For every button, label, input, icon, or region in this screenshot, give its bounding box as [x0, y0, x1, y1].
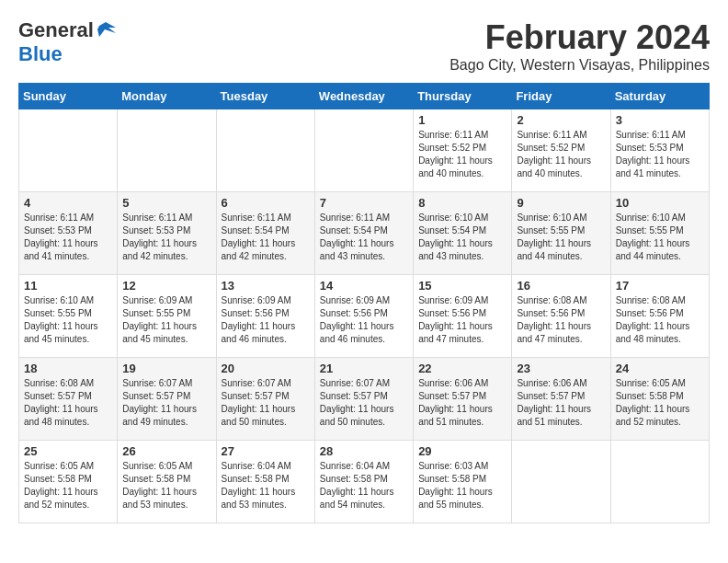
cell-day-number: 9 [517, 196, 605, 210]
cell-day-number: 29 [418, 444, 506, 458]
week-row-3: 11Sunrise: 6:10 AM Sunset: 5:55 PM Dayli… [19, 275, 710, 358]
calendar-cell: 7Sunrise: 6:11 AM Sunset: 5:54 PM Daylig… [314, 192, 413, 275]
calendar-body: 1Sunrise: 6:11 AM Sunset: 5:52 PM Daylig… [19, 109, 710, 523]
cell-day-number: 4 [24, 196, 112, 210]
cell-day-number: 10 [616, 196, 704, 210]
cell-day-number: 13 [222, 279, 310, 293]
cell-info: Sunrise: 6:04 AM Sunset: 5:58 PM Dayligh… [320, 460, 408, 511]
week-row-5: 25Sunrise: 6:05 AM Sunset: 5:58 PM Dayli… [19, 441, 710, 523]
cell-info: Sunrise: 6:05 AM Sunset: 5:58 PM Dayligh… [24, 460, 112, 511]
calendar-table: SundayMondayTuesdayWednesdayThursdayFrid… [18, 83, 710, 523]
cell-info: Sunrise: 6:10 AM Sunset: 5:55 PM Dayligh… [517, 212, 605, 263]
calendar-cell: 14Sunrise: 6:09 AM Sunset: 5:56 PM Dayli… [314, 275, 413, 358]
cell-info: Sunrise: 6:11 AM Sunset: 5:52 PM Dayligh… [418, 129, 506, 180]
calendar-cell: 5Sunrise: 6:11 AM Sunset: 5:53 PM Daylig… [118, 192, 216, 275]
page-header: General Blue February 2024 Bago City, We… [18, 18, 710, 74]
cell-day-number: 1 [418, 113, 506, 127]
cell-info: Sunrise: 6:07 AM Sunset: 5:57 PM Dayligh… [320, 377, 408, 429]
cell-info: Sunrise: 6:07 AM Sunset: 5:57 PM Dayligh… [122, 377, 210, 429]
calendar-cell: 11Sunrise: 6:10 AM Sunset: 5:55 PM Dayli… [19, 275, 118, 358]
cell-info: Sunrise: 6:03 AM Sunset: 5:58 PM Dayligh… [418, 460, 506, 511]
calendar-cell: 9Sunrise: 6:10 AM Sunset: 5:55 PM Daylig… [512, 192, 610, 275]
header-cell-monday: Monday [118, 84, 216, 109]
cell-day-number: 28 [320, 444, 408, 458]
cell-info: Sunrise: 6:11 AM Sunset: 5:53 PM Dayligh… [24, 212, 112, 263]
calendar-cell: 22Sunrise: 6:06 AM Sunset: 5:57 PM Dayli… [414, 358, 512, 441]
logo-blue-text: Blue [18, 42, 63, 65]
header-cell-sunday: Sunday [19, 84, 118, 109]
calendar-cell: 15Sunrise: 6:09 AM Sunset: 5:56 PM Dayli… [414, 275, 512, 358]
cell-info: Sunrise: 6:10 AM Sunset: 5:55 PM Dayligh… [616, 212, 704, 263]
calendar-cell [314, 109, 413, 192]
header-cell-friday: Friday [512, 84, 610, 109]
cell-day-number: 23 [517, 362, 605, 375]
calendar-cell [216, 109, 314, 192]
calendar-cell [512, 441, 610, 523]
cell-day-number: 6 [222, 196, 310, 210]
calendar-cell [118, 109, 216, 192]
cell-info: Sunrise: 6:09 AM Sunset: 5:56 PM Dayligh… [320, 294, 408, 346]
cell-day-number: 15 [418, 279, 506, 293]
location-title: Bago City, Western Visayas, Philippines [449, 57, 710, 74]
cell-day-number: 16 [517, 279, 605, 293]
week-row-4: 18Sunrise: 6:08 AM Sunset: 5:57 PM Dayli… [19, 358, 710, 441]
calendar-cell: 23Sunrise: 6:06 AM Sunset: 5:57 PM Dayli… [512, 358, 610, 441]
cell-day-number: 2 [517, 113, 605, 127]
cell-info: Sunrise: 6:08 AM Sunset: 5:56 PM Dayligh… [517, 294, 605, 346]
cell-day-number: 19 [122, 362, 210, 375]
cell-info: Sunrise: 6:08 AM Sunset: 5:56 PM Dayligh… [616, 294, 704, 346]
cell-day-number: 27 [222, 444, 310, 458]
month-title: February 2024 [449, 18, 710, 57]
calendar-cell: 24Sunrise: 6:05 AM Sunset: 5:58 PM Dayli… [610, 358, 709, 441]
calendar-cell: 26Sunrise: 6:05 AM Sunset: 5:58 PM Dayli… [118, 441, 216, 523]
cell-info: Sunrise: 6:04 AM Sunset: 5:58 PM Dayligh… [222, 460, 310, 511]
calendar-cell: 10Sunrise: 6:10 AM Sunset: 5:55 PM Dayli… [610, 192, 709, 275]
calendar-cell: 8Sunrise: 6:10 AM Sunset: 5:54 PM Daylig… [414, 192, 512, 275]
cell-info: Sunrise: 6:08 AM Sunset: 5:57 PM Dayligh… [24, 377, 112, 429]
cell-info: Sunrise: 6:05 AM Sunset: 5:58 PM Dayligh… [616, 377, 704, 429]
calendar-cell: 1Sunrise: 6:11 AM Sunset: 5:52 PM Daylig… [414, 109, 512, 192]
cell-info: Sunrise: 6:11 AM Sunset: 5:54 PM Dayligh… [222, 212, 310, 263]
cell-day-number: 8 [418, 196, 506, 210]
cell-day-number: 14 [320, 279, 408, 293]
header-row: SundayMondayTuesdayWednesdayThursdayFrid… [19, 84, 710, 109]
cell-day-number: 11 [24, 279, 112, 293]
cell-day-number: 25 [24, 444, 112, 458]
cell-info: Sunrise: 6:11 AM Sunset: 5:54 PM Dayligh… [320, 212, 408, 263]
calendar-cell: 12Sunrise: 6:09 AM Sunset: 5:55 PM Dayli… [118, 275, 216, 358]
cell-info: Sunrise: 6:11 AM Sunset: 5:53 PM Dayligh… [616, 129, 704, 180]
calendar-cell: 21Sunrise: 6:07 AM Sunset: 5:57 PM Dayli… [314, 358, 413, 441]
calendar-cell: 28Sunrise: 6:04 AM Sunset: 5:58 PM Dayli… [314, 441, 413, 523]
cell-day-number: 17 [616, 279, 704, 293]
week-row-1: 1Sunrise: 6:11 AM Sunset: 5:52 PM Daylig… [19, 109, 710, 192]
calendar-cell: 17Sunrise: 6:08 AM Sunset: 5:56 PM Dayli… [610, 275, 709, 358]
calendar-cell: 6Sunrise: 6:11 AM Sunset: 5:54 PM Daylig… [216, 192, 314, 275]
cell-info: Sunrise: 6:11 AM Sunset: 5:52 PM Dayligh… [517, 129, 605, 180]
cell-info: Sunrise: 6:10 AM Sunset: 5:55 PM Dayligh… [24, 294, 112, 346]
calendar-cell: 27Sunrise: 6:04 AM Sunset: 5:58 PM Dayli… [216, 441, 314, 523]
cell-day-number: 21 [320, 362, 408, 375]
calendar-cell [610, 441, 709, 523]
logo-general-text: General [18, 18, 94, 42]
cell-day-number: 7 [320, 196, 408, 210]
cell-day-number: 20 [222, 362, 310, 375]
calendar-cell: 19Sunrise: 6:07 AM Sunset: 5:57 PM Dayli… [118, 358, 216, 441]
cell-day-number: 22 [418, 362, 506, 375]
header-cell-saturday: Saturday [610, 84, 709, 109]
calendar-cell: 20Sunrise: 6:07 AM Sunset: 5:57 PM Dayli… [216, 358, 314, 441]
calendar-header: SundayMondayTuesdayWednesdayThursdayFrid… [19, 84, 710, 109]
calendar-cell: 25Sunrise: 6:05 AM Sunset: 5:58 PM Dayli… [19, 441, 118, 523]
calendar-cell: 3Sunrise: 6:11 AM Sunset: 5:53 PM Daylig… [610, 109, 709, 192]
calendar-cell: 16Sunrise: 6:08 AM Sunset: 5:56 PM Dayli… [512, 275, 610, 358]
header-cell-thursday: Thursday [414, 84, 512, 109]
calendar-cell: 29Sunrise: 6:03 AM Sunset: 5:58 PM Dayli… [414, 441, 512, 523]
calendar-cell: 2Sunrise: 6:11 AM Sunset: 5:52 PM Daylig… [512, 109, 610, 192]
logo-bird-icon [96, 20, 116, 40]
cell-info: Sunrise: 6:06 AM Sunset: 5:57 PM Dayligh… [517, 377, 605, 429]
calendar-cell: 4Sunrise: 6:11 AM Sunset: 5:53 PM Daylig… [19, 192, 118, 275]
calendar-cell: 13Sunrise: 6:09 AM Sunset: 5:56 PM Dayli… [216, 275, 314, 358]
cell-info: Sunrise: 6:09 AM Sunset: 5:56 PM Dayligh… [222, 294, 310, 346]
week-row-2: 4Sunrise: 6:11 AM Sunset: 5:53 PM Daylig… [19, 192, 710, 275]
svg-marker-0 [96, 22, 116, 37]
calendar-cell: 18Sunrise: 6:08 AM Sunset: 5:57 PM Dayli… [19, 358, 118, 441]
